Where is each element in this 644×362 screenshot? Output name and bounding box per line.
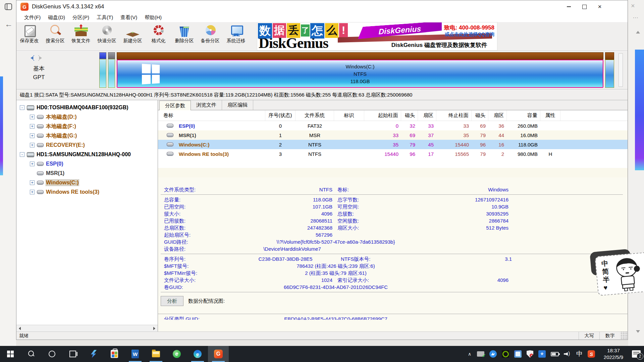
partition-row-windows-c[interactable]: Windows(C:) 2 NTFS 35 79 45 15440 96 16 … (158, 140, 628, 149)
volume-icon[interactable] (564, 351, 571, 357)
tree-expander-icon[interactable] (30, 133, 35, 138)
search-icon[interactable] (21, 346, 42, 362)
menu-item[interactable]: 文件(F) (20, 13, 44, 22)
partition-row-msr[interactable]: MSR(1) 1 MSR 33 69 37 35 79 44 16.0MB (158, 130, 628, 140)
sogou-ime-icon[interactable]: S (588, 350, 595, 358)
table-header-cell[interactable]: 磁头 (472, 110, 488, 121)
back-arrow-icon[interactable]: ← (5, 19, 13, 29)
store-icon[interactable] (104, 346, 125, 362)
table-header-cell[interactable]: 扇区 (418, 110, 436, 121)
partition-block-msr[interactable] (108, 52, 115, 88)
analyze-button[interactable]: 分析 (161, 296, 183, 306)
toolbar-new-partition[interactable]: 新建分区 (120, 22, 146, 51)
tree-item-windows-re[interactable]: Windows RE tools(3) (16, 187, 158, 197)
table-header-cell[interactable]: 终止柱面 (436, 110, 472, 121)
disk-strip-scrollbar[interactable] (619, 53, 623, 87)
toolbar-search-partition[interactable]: 搜索分区 (42, 22, 68, 51)
messenger-icon[interactable] (489, 350, 497, 358)
tab[interactable]: 浏览文件 (191, 100, 222, 110)
table-header-cell[interactable]: 属性 (540, 110, 560, 121)
close-button[interactable]: × (592, 0, 607, 13)
nvidia-icon[interactable] (502, 350, 509, 358)
banner-qq-link[interactable]: 或点击此处选择QQ咨询 (445, 32, 494, 38)
prev-disk-icon[interactable] (31, 55, 35, 61)
resize-grip[interactable] (620, 332, 628, 340)
maximize-button[interactable] (577, 0, 592, 13)
tree-expander-icon[interactable] (20, 152, 24, 157)
next-disk-icon[interactable] (38, 55, 42, 61)
diskgenius-taskbar-icon[interactable]: G (208, 346, 229, 362)
scroll-left-icon[interactable] (16, 325, 23, 331)
tree-horizontal-scrollbar[interactable] (16, 325, 158, 331)
ie-browser-icon[interactable]: e (166, 346, 187, 362)
ime-sticker-widget[interactable]: 中简半♥ (595, 252, 644, 296)
toolbar-quick-partition[interactable]: 快速分区 (94, 22, 120, 51)
table-header-cell[interactable]: 起始柱面 (364, 110, 401, 121)
table-header-cell[interactable]: 卷标 (158, 110, 265, 121)
table-header-cell[interactable]: 容量 (507, 110, 540, 121)
tree-expander-icon[interactable] (30, 143, 35, 147)
scroll-right-icon[interactable] (151, 325, 158, 331)
separator (161, 194, 623, 195)
tree-item-hd1[interactable]: HD1:SAMSUNGMZNLN128HAHQ-000 (16, 150, 158, 159)
taskbar-clock[interactable]: 18:37 2022/5/9 (600, 347, 627, 361)
tree-item-esp[interactable]: ESP(0) (16, 159, 158, 169)
tree-expander-icon[interactable] (30, 124, 35, 129)
menu-item[interactable]: 磁盘(D) (44, 13, 69, 22)
ad-banner[interactable]: DiskGenius 数据丢了怎么! DiskGenius 致电: 400-00… (257, 22, 497, 51)
tree-item-local-d[interactable]: 本地磁盘(D:) (16, 112, 158, 122)
file-explorer-icon[interactable] (146, 346, 166, 362)
task-view-icon[interactable] (62, 346, 83, 362)
snowflake-tool-icon[interactable]: * (538, 350, 546, 358)
toolbar-backup-partition[interactable]: 备份分区 (197, 22, 223, 51)
minimize-button[interactable] (561, 0, 577, 13)
tree-expander-icon[interactable] (30, 115, 35, 119)
table-header-cell[interactable]: 序号(状态) (265, 110, 296, 121)
printer-status-icon[interactable] (477, 351, 484, 357)
intel-graphics-icon[interactable] (514, 350, 522, 358)
partition-row-esp[interactable]: ESP(0) 0 FAT32 0 32 33 33 69 36 260.0MB (158, 121, 628, 130)
cortana-icon[interactable] (42, 346, 62, 362)
sticker-char: 中 (601, 259, 608, 268)
toolbar-system-migration[interactable]: 系统迁移 (223, 22, 249, 51)
tree-expander-icon[interactable] (20, 105, 24, 110)
tree-item-recovery-e[interactable]: RECOVERY(E:) (16, 140, 158, 150)
menu-item[interactable]: 帮助(H) (141, 13, 165, 22)
toolbar-format[interactable]: 格式化 (146, 22, 171, 51)
tray-expand-icon[interactable]: ∧ (467, 352, 472, 356)
tree-expander-icon[interactable] (30, 190, 35, 194)
toolbar-recover-files[interactable]: 恢复文件 (68, 22, 94, 51)
menu-item[interactable]: 工具(T) (93, 13, 117, 22)
tree-node-icon (37, 124, 44, 128)
start-button-icon[interactable] (0, 346, 21, 362)
sidebar-toggle-icon[interactable] (5, 3, 12, 10)
tree-expander-icon[interactable] (30, 162, 35, 166)
ime-mode-icon[interactable]: 中 (576, 350, 583, 358)
partition-row-windows-re[interactable]: Windows RE tools(3) 3 NTFS 15440 96 17 1… (158, 149, 628, 159)
toolbar-delete-partition[interactable]: 删除分区 (171, 22, 197, 51)
table-header-cell[interactable]: 扇区 (488, 110, 507, 121)
defender-alert-icon[interactable] (527, 350, 533, 358)
battery-icon[interactable] (551, 352, 559, 356)
table-header-cell[interactable]: 磁头 (401, 110, 418, 121)
tree-item-local-f[interactable]: 本地磁盘(F:) (16, 122, 158, 131)
partition-block-windows-re[interactable] (605, 52, 614, 88)
toolbar-save-changes[interactable]: 保存更改 (16, 22, 42, 51)
tab[interactable]: 扇区编辑 (222, 100, 253, 110)
tree-expander-icon[interactable] (30, 180, 35, 185)
edge-icon[interactable]: e (187, 346, 208, 362)
menu-item[interactable]: 查看(V) (117, 13, 141, 22)
tree-item-windows-c[interactable]: Windows(C:) (16, 178, 158, 187)
partition-block-windows-c[interactable]: Windows(C:) NTFS 118.0GB (117, 52, 603, 88)
partition-block-esp[interactable] (99, 52, 106, 88)
word-icon[interactable]: W (125, 346, 146, 362)
action-center-icon[interactable]: 2 (632, 350, 641, 358)
tree-item-hd0[interactable]: HD0:TOSHIBAMQ04ABF100(932GB) (16, 103, 158, 112)
table-header-cell[interactable]: 文件系统 (296, 110, 334, 121)
menu-item[interactable]: 分区(P) (69, 13, 93, 22)
tree-item-local-g[interactable]: 本地磁盘(G:) (16, 131, 158, 140)
flash-app-icon[interactable] (83, 346, 104, 362)
tab[interactable]: 分区参数 (159, 101, 191, 110)
tree-item-msr[interactable]: MSR(1) (16, 169, 158, 178)
table-header-cell[interactable]: 标识 (334, 110, 364, 121)
